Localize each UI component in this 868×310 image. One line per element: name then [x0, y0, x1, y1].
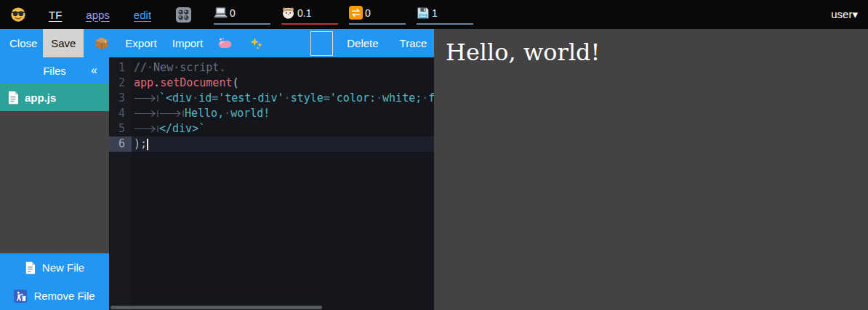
- hamster-icon: [281, 6, 295, 20]
- files-sidebar: Files « app.js New File: [0, 57, 109, 310]
- tab-indicator: [134, 91, 159, 106]
- code-text: //·New·script.: [132, 60, 225, 76]
- topbar-link-apps[interactable]: apps: [86, 9, 110, 21]
- stat-memory[interactable]: 0.1: [281, 5, 338, 25]
- stat-cpu[interactable]: 0: [214, 5, 270, 25]
- code-text: Hello,·world!: [132, 106, 270, 121]
- remove-file-button[interactable]: Remove File: [0, 282, 109, 310]
- line-number: 5: [109, 121, 132, 136]
- stat-value: 0.1: [297, 7, 311, 19]
- new-file-button[interactable]: New File: [0, 253, 109, 282]
- file-icon: [7, 91, 19, 105]
- preview-pane: Hello, world!: [434, 29, 868, 310]
- file-item-app.js[interactable]: app.js: [0, 83, 109, 111]
- line-number: 1: [109, 60, 132, 76]
- stat-value: 1: [432, 7, 438, 19]
- line-number: 2: [109, 76, 132, 91]
- stat-value: 0: [230, 7, 236, 19]
- brand-link[interactable]: TF: [49, 9, 62, 21]
- files-header: Files «: [0, 57, 109, 83]
- code-line[interactable]: 5</div>`: [109, 121, 434, 136]
- line-number: 4: [109, 106, 132, 121]
- code-text: `<div·id='test-div'·style='color:·white;…: [132, 91, 434, 106]
- sidebar-filler: [0, 111, 109, 253]
- code-text: </div>`: [132, 121, 205, 136]
- export-button[interactable]: Export: [125, 37, 156, 49]
- save-button[interactable]: Save: [43, 29, 84, 57]
- control-knobs-icon[interactable]: [175, 7, 192, 23]
- litter-bin-icon: [14, 290, 27, 303]
- code-line[interactable]: 3`<div·id='test-div'·style='color:·white…: [109, 91, 434, 106]
- code-line[interactable]: 6);: [109, 136, 434, 152]
- remove-file-label: Remove File: [33, 290, 95, 302]
- code-text: app.setDocument(: [132, 76, 239, 91]
- laptop-icon: [214, 7, 228, 19]
- user-menu[interactable]: user▾: [831, 8, 858, 21]
- files-header-label: Files: [43, 65, 66, 77]
- repeat-icon: [349, 6, 363, 20]
- line-number: 6: [109, 136, 132, 152]
- code-lines: 1//·New·script.2app.setDocument(3`<div·i…: [109, 57, 434, 152]
- new-file-icon: [25, 261, 36, 274]
- line-number: 3: [109, 91, 132, 106]
- import-button[interactable]: Import: [172, 37, 204, 49]
- code-line[interactable]: 4Hello,·world!: [109, 106, 434, 121]
- stat-value: 0: [365, 7, 371, 19]
- trace-button[interactable]: Trace: [400, 37, 427, 49]
- sparkles-icon[interactable]: [250, 37, 263, 50]
- floppy-icon: [417, 7, 430, 20]
- topbar-link-edit[interactable]: edit: [134, 9, 151, 21]
- text-cursor: [147, 139, 148, 150]
- tab-indicator: [134, 106, 159, 121]
- new-file-label: New File: [42, 261, 84, 274]
- close-button[interactable]: Close: [9, 37, 37, 49]
- file-name: app.js: [25, 91, 56, 104]
- editor-toolbar: Close Save Export Import Delete Trace: [0, 29, 434, 57]
- code-line[interactable]: 1//·New·script.: [109, 60, 434, 76]
- file-list: app.js: [0, 83, 109, 111]
- horizontal-scrollbar[interactable]: [110, 306, 322, 309]
- code-text: );: [132, 136, 148, 152]
- code-editor[interactable]: 1//·New·script.2app.setDocument(3`<div·i…: [109, 57, 434, 310]
- soap-icon[interactable]: [218, 37, 232, 49]
- package-icon[interactable]: [95, 36, 109, 51]
- preview-text: Hello, world!: [446, 38, 868, 66]
- stat-storage[interactable]: 1: [417, 5, 473, 25]
- code-line[interactable]: 2app.setDocument(: [109, 76, 434, 91]
- collapse-sidebar-button[interactable]: «: [91, 64, 97, 77]
- cool-face-icon[interactable]: [10, 7, 26, 23]
- delete-button[interactable]: Delete: [347, 37, 378, 49]
- topbar: TF apps edit 0: [0, 0, 868, 29]
- tab-indicator: [134, 121, 159, 136]
- blank-button[interactable]: [310, 31, 333, 56]
- tab-indicator: [159, 106, 185, 121]
- stat-sync[interactable]: 0: [349, 5, 406, 25]
